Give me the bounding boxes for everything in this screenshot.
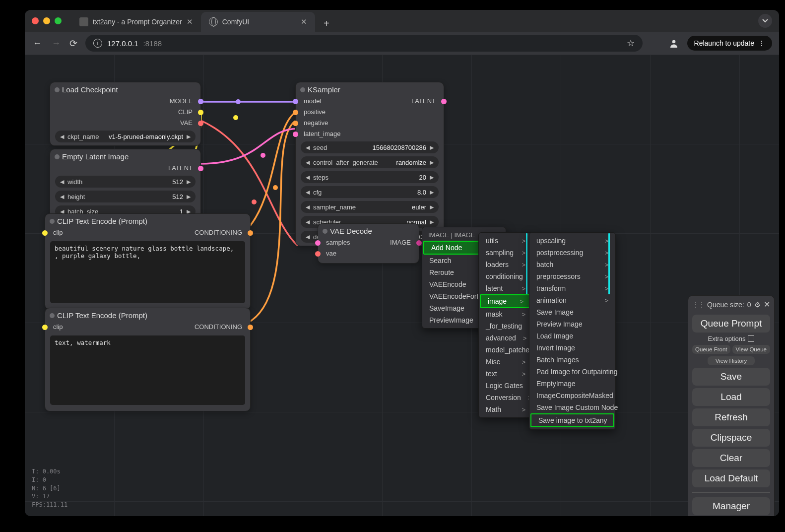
- view-history-button[interactable]: View History: [708, 356, 754, 365]
- panel-drag-handle[interactable]: ⋮⋮: [692, 301, 704, 309]
- node-empty-latent-image[interactable]: Empty Latent Image LATENT ◀width512▶◀hei…: [50, 149, 201, 221]
- profile-icon[interactable]: [668, 38, 679, 48]
- new-tab-button[interactable]: +: [318, 15, 335, 32]
- input-port-clip[interactable]: clip: [50, 228, 66, 237]
- view-queue-button[interactable]: View Queue: [732, 345, 771, 354]
- menu-item[interactable]: conditioning>: [479, 270, 532, 282]
- input-port-clip[interactable]: clip: [50, 323, 66, 332]
- menu-item[interactable]: preprocessors>: [529, 270, 615, 282]
- node-load-checkpoint[interactable]: Load Checkpoint MODEL CLIP VAE ◀ ckpt_na…: [50, 82, 201, 146]
- site-info-icon[interactable]: i: [93, 39, 102, 48]
- arrow-left-icon[interactable]: ◀: [306, 219, 310, 225]
- input-port-vae[interactable]: vae: [323, 249, 353, 258]
- tab-close-icon[interactable]: ✕: [187, 17, 193, 26]
- menu-item[interactable]: animation>: [529, 294, 615, 306]
- output-port-conditioning[interactable]: CONDITIONING: [192, 323, 245, 332]
- menu-item[interactable]: Preview Image: [529, 318, 615, 330]
- arrow-left-icon[interactable]: ◀: [60, 133, 64, 140]
- arrow-right-icon[interactable]: ▶: [430, 189, 434, 196]
- menu-item[interactable]: ImageCompositeMasked: [529, 390, 615, 401]
- menu-item[interactable]: Save Image Custom Node: [529, 401, 615, 413]
- menu-item[interactable]: Conversion>: [479, 392, 532, 403]
- menu-item[interactable]: Save Image: [529, 306, 615, 318]
- arrow-left-icon[interactable]: ◀: [306, 174, 310, 181]
- prompt-text[interactable]: text, watermark: [50, 335, 245, 405]
- extra-options-checkbox[interactable]: [748, 335, 754, 342]
- widget-height[interactable]: ◀height512▶: [55, 191, 196, 202]
- menu-item[interactable]: Math>: [479, 403, 532, 415]
- output-port-model[interactable]: MODEL: [167, 97, 196, 106]
- menu-item[interactable]: advanced>: [479, 332, 532, 344]
- tab-close-icon[interactable]: ✕: [301, 17, 307, 26]
- forward-button[interactable]: →: [51, 38, 62, 49]
- reload-button[interactable]: ⟳: [69, 38, 77, 49]
- address-bar[interactable]: i 127.0.0.1:8188 ☆: [85, 35, 643, 52]
- queue-panel[interactable]: ⋮⋮ Queue size: 0 ⚙ ✕ Queue Prompt Extra …: [688, 295, 775, 516]
- manager-button[interactable]: Manager: [692, 497, 770, 515]
- refresh-button[interactable]: Refresh: [692, 408, 770, 426]
- menu-item[interactable]: Batch Images: [529, 354, 615, 366]
- menu-item[interactable]: Pad Image for Outpainting: [529, 366, 615, 378]
- input-port-latent-image[interactable]: latent_image: [301, 130, 343, 138]
- menu-item[interactable]: model_patches>: [479, 344, 532, 356]
- window-close[interactable]: [32, 17, 39, 24]
- arrow-right-icon[interactable]: ▶: [430, 159, 434, 166]
- context-menu-categories[interactable]: utils>sampling>loaders>conditioning>late…: [478, 232, 533, 418]
- arrow-right-icon[interactable]: ▶: [187, 194, 191, 200]
- window-minimize[interactable]: [43, 17, 50, 24]
- menu-item[interactable]: image>: [480, 294, 531, 308]
- arrow-left-icon[interactable]: ◀: [60, 194, 64, 200]
- window-maximize[interactable]: [55, 17, 62, 24]
- menu-item[interactable]: upscaling>: [529, 235, 615, 247]
- menu-item[interactable]: Save image to txt2any: [530, 413, 614, 427]
- arrow-right-icon[interactable]: ▶: [430, 219, 434, 225]
- arrow-left-icon[interactable]: ◀: [306, 159, 310, 166]
- prompt-text[interactable]: beautiful scenery nature glass bottle la…: [50, 241, 245, 303]
- close-icon[interactable]: ✕: [764, 300, 770, 309]
- menu-item[interactable]: EmptyImage: [529, 378, 615, 390]
- output-port-image[interactable]: IMAGE: [387, 238, 414, 247]
- relaunch-button[interactable]: Relaunch to update ⋮: [687, 36, 772, 51]
- arrow-right-icon[interactable]: ▶: [187, 133, 191, 140]
- widget-steps[interactable]: ◀steps20▶: [301, 171, 439, 183]
- widget-ckpt-name[interactable]: ◀ ckpt_name v1-5-pruned-emaonly.ckpt ▶: [55, 131, 196, 142]
- arrow-right-icon[interactable]: ▶: [187, 179, 191, 185]
- node-ksampler[interactable]: KSampler model positive negative latent_…: [295, 82, 444, 246]
- menu-item[interactable]: batch>: [529, 259, 615, 270]
- browser-tab-active[interactable]: ComfyUI ✕: [201, 12, 315, 32]
- arrow-right-icon[interactable]: ▶: [430, 174, 434, 181]
- widget-control_after_generate[interactable]: ◀control_after_generaterandomize▶: [301, 156, 439, 168]
- menu-item[interactable]: mask>: [479, 308, 532, 320]
- menu-item[interactable]: Misc>: [479, 356, 532, 368]
- menu-item[interactable]: utils>: [479, 235, 532, 247]
- menu-item[interactable]: _for_testing>: [479, 320, 532, 332]
- node-clip-text-encode-negative[interactable]: CLIP Text Encode (Prompt) clip CONDITION…: [45, 308, 251, 411]
- output-port-vae[interactable]: VAE: [177, 119, 196, 128]
- arrow-left-icon[interactable]: ◀: [306, 189, 310, 196]
- queue-prompt-button[interactable]: Queue Prompt: [692, 315, 770, 332]
- clear-button[interactable]: Clear: [692, 449, 770, 467]
- menu-item[interactable]: Invert Image: [529, 342, 615, 354]
- node-graph-canvas[interactable]: Load Checkpoint MODEL CLIP VAE ◀ ckpt_na…: [25, 55, 779, 516]
- bookmark-star-icon[interactable]: ☆: [627, 38, 635, 49]
- settings-icon[interactable]: ⚙: [754, 301, 761, 309]
- widget-width[interactable]: ◀width512▶: [55, 176, 196, 188]
- menu-item[interactable]: text>: [479, 368, 532, 380]
- node-vae-decode[interactable]: VAE Decode samples vae IMAGE: [318, 223, 419, 264]
- load-default-button[interactable]: Load Default: [692, 469, 770, 487]
- load-button[interactable]: Load: [692, 388, 770, 406]
- input-port-samples[interactable]: samples: [323, 238, 353, 247]
- menu-item[interactable]: Load Image: [529, 330, 615, 342]
- context-menu-image-items[interactable]: upscaling>postprocessing>batch>preproces…: [529, 232, 616, 430]
- browser-tab[interactable]: txt2any - a Prompt Organizer ✕: [71, 12, 201, 32]
- output-port-clip[interactable]: CLIP: [175, 108, 196, 117]
- menu-item[interactable]: Logic Gates>: [479, 380, 532, 392]
- arrow-left-icon[interactable]: ◀: [306, 234, 310, 240]
- menu-item[interactable]: transform>: [529, 282, 615, 294]
- menu-item[interactable]: loaders>: [479, 259, 532, 270]
- widget-seed[interactable]: ◀seed156680208700286▶: [301, 141, 439, 153]
- menu-item[interactable]: sampling>: [479, 247, 532, 259]
- queue-front-button[interactable]: Queue Front: [692, 345, 730, 354]
- menu-item[interactable]: latent>: [479, 282, 532, 294]
- output-port-latent[interactable]: LATENT: [408, 97, 439, 106]
